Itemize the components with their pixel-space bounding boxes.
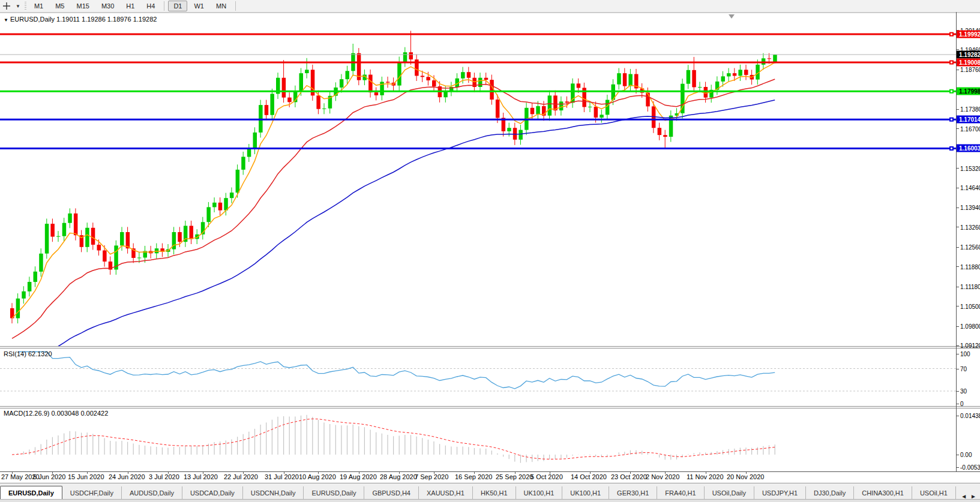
price-axis-tickmark: [956, 109, 959, 110]
price-axis-tickmark: [956, 188, 959, 188]
chart-shift-marker-icon: [729, 14, 735, 19]
rsi-axis-tickmark: [956, 404, 959, 404]
candle-body: [600, 115, 604, 118]
candle-body: [768, 58, 772, 59]
candle-body: [594, 107, 598, 118]
candle-body: [39, 254, 43, 272]
chart-canvas[interactable]: [0, 0, 980, 483]
chart-tab-china300-h1[interactable]: CHINA300,H1: [854, 486, 912, 500]
main-rsi-separator[interactable]: [0, 346, 980, 347]
price-axis-tickmark: [956, 208, 959, 208]
chart-tab-uk100-h1[interactable]: UK100,H1: [562, 486, 609, 500]
candle-body: [28, 282, 32, 291]
candle-body: [91, 228, 95, 245]
candle-body: [432, 80, 436, 86]
chart-tab-usdcad-daily[interactable]: USDCAD,Daily: [182, 486, 243, 500]
candle-body: [224, 198, 228, 211]
macd-axis-label: 0.00: [960, 452, 980, 458]
candle-body: [287, 98, 292, 103]
candle-body: [34, 272, 38, 282]
rsi-axis-label: 30: [960, 388, 980, 395]
candle-body: [773, 55, 777, 62]
candle-body: [241, 157, 245, 170]
chart-tab-usdjpy-h1[interactable]: USDJPY,H1: [754, 486, 806, 500]
price-tag[interactable]: 1.19992: [957, 31, 980, 38]
price-tag[interactable]: 1.17014: [957, 116, 980, 124]
ma-line-medium: [12, 79, 775, 338]
candle-body: [623, 73, 627, 86]
candle-body: [744, 70, 748, 75]
chart-tab-eurusd-daily[interactable]: EURUSD,Daily: [304, 486, 364, 500]
candle-body: [218, 203, 223, 211]
chart-tab-usdchf-daily[interactable]: USDCHF,Daily: [62, 486, 122, 500]
rsi-macd-separator-2: [0, 408, 980, 408]
candle-body: [178, 232, 182, 242]
macd-series: [12, 415, 775, 463]
candle-body: [97, 245, 101, 251]
time-axis-label: 31 Jul 2020: [265, 473, 299, 480]
candle-body: [577, 83, 581, 88]
chart-tab-usoil-daily[interactable]: USOil,Daily: [705, 486, 754, 500]
rsi-axis-label: 100: [960, 351, 980, 357]
chart-tab-hk50-h1[interactable]: HK50,H1: [473, 486, 516, 500]
chart-tab-uk100-h1[interactable]: UK100,H1: [516, 486, 563, 500]
candle-body: [206, 207, 211, 222]
candle-body: [397, 62, 401, 86]
chart-tab-ger30-h1[interactable]: GER30,H1: [609, 486, 657, 500]
chart-tab-dj30-daily[interactable]: DJ30,Daily: [806, 486, 854, 500]
chart-tab-gbpusd-h4[interactable]: GBPUSD,H4: [364, 486, 419, 500]
candle-body: [137, 258, 142, 258]
candle-body: [588, 107, 592, 107]
chart-tab-usdcnh-daily[interactable]: USDCNH,Daily: [243, 486, 304, 500]
price-tag[interactable]: 1.16003: [957, 145, 980, 152]
price-axis-label: 1.09120: [960, 342, 980, 349]
price-axis-tickmark: [956, 49, 959, 50]
price-axis-tickmark: [956, 287, 959, 287]
window-bottom-edge: [0, 499, 980, 502]
chart-bottom-border: [0, 471, 980, 472]
time-axis-label: 11 Nov 2020: [687, 473, 724, 480]
time-axis-label: 28 Aug 2020: [380, 473, 417, 480]
chart-tab-bar: EURUSD,DailyUSDCHF,DailyAUDUSD,DailyUSDC…: [0, 483, 980, 500]
candle-body: [230, 193, 234, 198]
candles-series: [10, 31, 777, 370]
candle-body: [565, 101, 570, 103]
price-axis-tickmark: [956, 326, 959, 327]
price-tag[interactable]: 1.19282: [957, 51, 980, 59]
candle-body: [663, 135, 667, 137]
price-axis-label: 1.09800: [960, 323, 980, 330]
chart-symbol-label: EURUSD,Daily: [10, 16, 55, 23]
price-tag[interactable]: 1.19008: [957, 59, 980, 67]
chart-tab-xauusd-h1[interactable]: XAUUSD,H1: [419, 486, 473, 500]
chart-tab-usoil-h1[interactable]: USOil,H1: [912, 486, 956, 500]
chart-tab-audusd-daily[interactable]: AUDUSD,Daily: [122, 486, 182, 500]
candle-body: [606, 100, 610, 115]
rsi-axis-tickmark: [956, 391, 959, 392]
time-axis-label: 7 Sep 2020: [415, 473, 448, 480]
time-axis-label: 5 Oct 2020: [531, 473, 563, 480]
price-axis-tickmark: [956, 70, 959, 70]
chart-tab-fra40-h1[interactable]: FRA40,H1: [657, 486, 704, 500]
rsi-line: [18, 352, 775, 389]
candle-body: [548, 95, 552, 115]
price-axis-tickmark: [956, 227, 959, 227]
candle-body: [386, 82, 390, 82]
macd-axis-label: -0.00539: [960, 464, 980, 471]
rsi-axis-tickmark: [956, 354, 959, 354]
candle-body: [22, 291, 26, 299]
rsi-axis-tickmark: [956, 369, 959, 369]
macd-axis-tickmark: [956, 416, 959, 416]
chart-tab-eurusd-daily[interactable]: EURUSD,Daily: [0, 486, 62, 500]
candle-body: [16, 299, 20, 318]
mt4-chart-window: ▼ M1M5M15M30H1H4D1W1MN ▼ EURUSD,Daily 1.…: [0, 0, 980, 502]
candle-body: [692, 70, 696, 88]
window-top-border: [0, 13, 980, 13]
rsi-macd-separator[interactable]: [0, 406, 980, 407]
macd-axis-label: 0.014384: [960, 413, 980, 419]
price-tag[interactable]: 1.17998: [957, 88, 980, 95]
candle-body: [421, 76, 425, 77]
time-axis-label: 13 Jul 2020: [184, 473, 218, 480]
collapse-triangle-icon[interactable]: ▼: [4, 17, 8, 23]
candle-body: [478, 78, 482, 87]
candle-body: [738, 70, 742, 76]
